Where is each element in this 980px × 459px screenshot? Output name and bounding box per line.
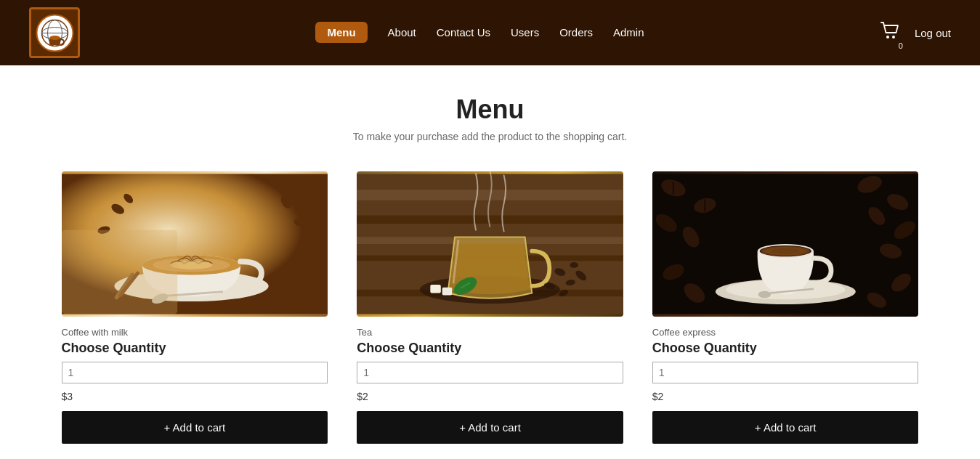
main-content: Menu To make your purchase add the produ… [0, 65, 980, 459]
product-name-0: Coffee with milk [62, 327, 328, 338]
nav-link-admin[interactable]: Admin [613, 26, 644, 38]
espresso-illustration [652, 171, 919, 317]
nav-item-about[interactable]: About [388, 26, 416, 39]
svg-point-68 [761, 246, 810, 256]
product-choose-1: Choose Quantity [357, 341, 623, 356]
page-subtitle: To make your purchase add the product to… [58, 131, 922, 142]
product-image-coffee-milk [62, 171, 328, 317]
svg-rect-37 [442, 288, 453, 296]
product-price-2: $2 [652, 391, 919, 402]
svg-point-43 [570, 262, 578, 268]
nav-item-users[interactable]: Users [511, 26, 539, 39]
page-title: Menu [58, 94, 922, 125]
logo-icon [35, 13, 75, 53]
product-image-tea [357, 171, 623, 317]
svg-point-6 [49, 36, 60, 40]
nav-link-menu[interactable]: Menu [315, 22, 367, 43]
svg-rect-25 [62, 230, 177, 314]
coffee-milk-illustration [62, 171, 328, 317]
add-to-cart-button-0[interactable]: + Add to cart [62, 411, 328, 444]
nav-link-contact[interactable]: Contact Us [437, 26, 490, 38]
logo[interactable] [29, 7, 80, 58]
cart-icon-wrap[interactable]: 0 [880, 21, 900, 44]
cart-icon [880, 21, 900, 41]
product-image-coffee-express [652, 171, 919, 317]
nav-item-orders[interactable]: Orders [559, 26, 593, 39]
product-card-coffee-milk: Coffee with milk Choose Quantity $3 + Ad… [62, 171, 328, 444]
cart-count: 0 [899, 41, 903, 50]
logout-link[interactable]: Log out [915, 27, 951, 39]
product-choose-0: Choose Quantity [62, 341, 328, 356]
product-grid: Coffee with milk Choose Quantity $3 + Ad… [62, 171, 919, 444]
nav-link-users[interactable]: Users [511, 26, 539, 38]
tea-illustration [357, 171, 623, 317]
product-name-2: Coffee express [652, 327, 919, 338]
product-name-1: Tea [357, 327, 623, 338]
svg-point-7 [886, 36, 889, 38]
nav-links: Menu About Contact Us Users Orders Admin [315, 26, 644, 39]
nav-link-about[interactable]: About [388, 26, 416, 38]
product-choose-2: Choose Quantity [652, 341, 919, 356]
quantity-input-2[interactable] [652, 362, 919, 383]
nav-item-contact[interactable]: Contact Us [437, 26, 490, 39]
svg-point-69 [758, 291, 771, 298]
add-to-cart-button-2[interactable]: + Add to cart [652, 411, 919, 444]
nav-item-menu[interactable]: Menu [315, 26, 367, 39]
quantity-input-1[interactable] [357, 362, 623, 383]
product-price-1: $2 [357, 391, 623, 402]
nav-right: 0 Log out [880, 21, 951, 44]
navbar: Menu About Contact Us Users Orders Admin… [0, 0, 980, 65]
product-card-tea: Tea Choose Quantity $2 + Add to cart [357, 171, 623, 444]
add-to-cart-button-1[interactable]: + Add to cart [357, 411, 623, 444]
product-price-0: $3 [62, 391, 328, 402]
quantity-input-0[interactable] [62, 362, 328, 383]
svg-rect-36 [430, 285, 440, 293]
nav-link-orders[interactable]: Orders [559, 26, 593, 38]
product-card-coffee-express: Coffee express Choose Quantity $2 + Add … [652, 171, 919, 444]
nav-item-admin[interactable]: Admin [613, 26, 644, 39]
svg-point-8 [892, 36, 895, 38]
